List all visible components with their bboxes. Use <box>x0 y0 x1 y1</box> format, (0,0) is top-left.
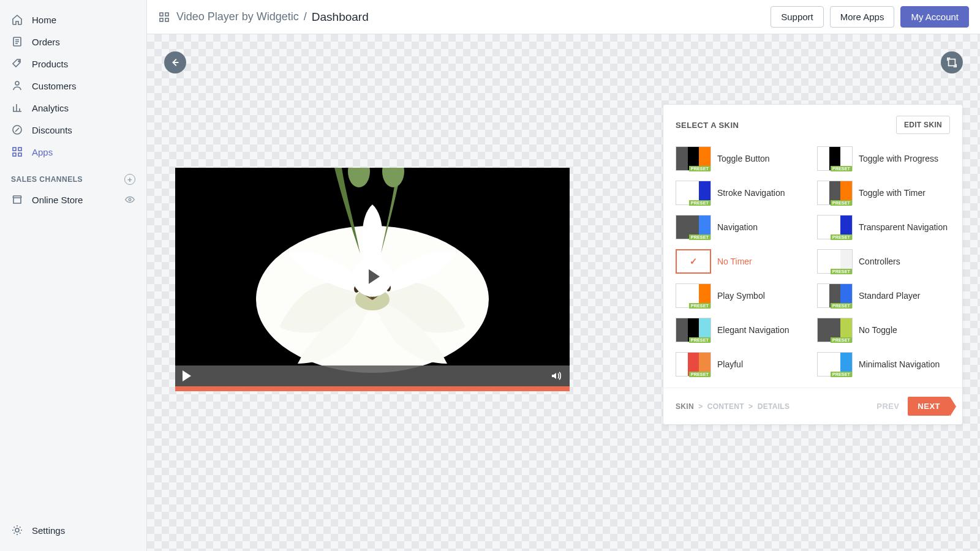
panel-footer: SKIN > CONTENT > DETAILS PREV NEXT <box>663 388 962 424</box>
section-title-text: SALES CHANNELS <box>11 175 83 184</box>
store-icon <box>11 193 23 206</box>
skin-label: Toggle Button <box>717 154 770 164</box>
nav-label: Orders <box>32 37 60 47</box>
step-skin[interactable]: SKIN <box>676 402 694 411</box>
sidebar-item-customers[interactable]: Customers <box>0 75 146 97</box>
skin-item[interactable]: PRESETStroke Navigation <box>676 181 809 205</box>
nav-label: Apps <box>32 147 53 157</box>
skin-item[interactable]: PRESETTransparent Navigation <box>817 215 950 239</box>
nav-label: Products <box>32 59 68 69</box>
add-channel-button[interactable]: + <box>124 174 135 185</box>
skin-item[interactable]: PRESETElegant Navigation <box>676 318 809 342</box>
play-center-button[interactable] <box>352 256 393 296</box>
svg-rect-13 <box>165 18 168 21</box>
skin-swatch: PRESET <box>817 181 853 205</box>
breadcrumb-app[interactable]: Video Player by Widgetic <box>176 10 299 23</box>
skin-swatch: ✓ <box>676 249 711 274</box>
volume-button[interactable] <box>550 370 562 382</box>
sidebar-item-apps[interactable]: Apps <box>0 141 146 163</box>
skin-label: Controllers <box>859 257 900 267</box>
skin-item[interactable]: PRESETMinimalist Navigation <box>817 352 950 377</box>
step-content[interactable]: CONTENT <box>707 402 744 411</box>
my-account-button[interactable]: My Account <box>900 6 969 28</box>
skin-item[interactable]: PRESETStandard Player <box>817 283 950 308</box>
nav-label: Analytics <box>32 103 69 113</box>
play-button[interactable] <box>183 370 191 381</box>
preset-tag: PRESET <box>831 372 852 377</box>
skin-swatch: PRESET <box>676 352 711 377</box>
svg-point-9 <box>15 528 19 532</box>
nav-label: Online Store <box>32 195 83 205</box>
skin-item[interactable]: PRESETPlayful <box>676 352 809 377</box>
skin-item[interactable]: PRESETPlay Symbol <box>676 283 809 308</box>
nav-list: Home Orders Products Customers Analytics… <box>0 0 146 163</box>
check-icon: ✓ <box>690 256 698 267</box>
next-button[interactable]: NEXT <box>908 397 950 416</box>
view-store-icon[interactable] <box>124 194 135 205</box>
svg-rect-6 <box>13 153 16 156</box>
preset-tag: PRESET <box>689 234 710 240</box>
more-apps-button[interactable]: More Apps <box>830 6 895 28</box>
footer-steps: SKIN > CONTENT > DETAILS <box>676 402 790 411</box>
channels-list: Online Store <box>0 189 146 211</box>
step-details[interactable]: DETAILS <box>758 402 790 411</box>
video-progress[interactable] <box>175 386 570 391</box>
customers-icon <box>11 80 23 92</box>
sidebar-item-online-store[interactable]: Online Store <box>0 189 146 211</box>
skin-swatch: PRESET <box>817 146 853 171</box>
skin-grid: PRESETToggle ButtonPRESETToggle with Pro… <box>663 144 962 388</box>
back-button[interactable] <box>164 51 186 73</box>
video-controls <box>175 365 570 386</box>
skin-item[interactable]: PRESETNo Toggle <box>817 318 950 342</box>
sidebar-item-discounts[interactable]: Discounts <box>0 119 146 141</box>
sidebar-item-home[interactable]: Home <box>0 9 146 31</box>
gear-icon <box>11 524 23 536</box>
preset-tag: PRESET <box>689 166 710 171</box>
products-icon <box>11 58 23 70</box>
skin-item[interactable]: PRESETControllers <box>817 249 950 274</box>
skin-item[interactable]: ✓No Timer <box>676 249 809 274</box>
preset-tag: PRESET <box>689 372 710 377</box>
preset-tag: PRESET <box>689 303 710 309</box>
skin-item[interactable]: PRESETToggle with Timer <box>817 181 950 205</box>
svg-rect-10 <box>160 13 163 16</box>
skin-swatch: PRESET <box>676 181 711 205</box>
skin-label: Minimalist Navigation <box>859 359 940 370</box>
skin-label: Toggle with Progress <box>859 154 938 164</box>
skin-label: Transparent Navigation <box>859 222 948 233</box>
canvas: SELECT A SKIN EDIT SKIN PRESETToggle But… <box>147 34 980 551</box>
preset-tag: PRESET <box>831 269 852 274</box>
preset-tag: PRESET <box>831 234 852 240</box>
skin-swatch: PRESET <box>817 283 853 308</box>
skin-swatch: PRESET <box>817 318 853 342</box>
topbar-actions: Support More Apps My Account <box>771 6 969 28</box>
svg-rect-7 <box>18 153 21 156</box>
skin-item[interactable]: PRESETToggle Button <box>676 146 809 171</box>
edit-skin-button[interactable]: EDIT SKIN <box>896 116 950 134</box>
nav-label: Settings <box>32 525 65 536</box>
breadcrumb-sep: / <box>304 10 307 23</box>
step-sep: > <box>746 402 757 411</box>
svg-rect-12 <box>160 18 163 21</box>
skin-label: Toggle with Timer <box>859 188 925 198</box>
skin-item[interactable]: PRESETToggle with Progress <box>817 146 950 171</box>
svg-rect-5 <box>18 148 21 151</box>
preset-tag: PRESET <box>831 303 852 309</box>
breadcrumb-page: Dashboard <box>312 10 369 24</box>
sidebar-item-orders[interactable]: Orders <box>0 31 146 53</box>
nav-label: Customers <box>32 81 77 91</box>
preset-tag: PRESET <box>689 337 710 343</box>
skin-label: Stroke Navigation <box>717 188 785 198</box>
sidebar-item-analytics[interactable]: Analytics <box>0 97 146 119</box>
support-button[interactable]: Support <box>771 6 824 28</box>
footer-actions: PREV NEXT <box>876 397 950 416</box>
preset-tag: PRESET <box>689 200 710 206</box>
preset-tag: PRESET <box>831 166 852 171</box>
sidebar-item-products[interactable]: Products <box>0 53 146 75</box>
prev-button: PREV <box>876 402 899 411</box>
skin-item[interactable]: PRESETNavigation <box>676 215 809 239</box>
sidebar-item-settings[interactable]: Settings <box>0 519 146 541</box>
sidebar: Home Orders Products Customers Analytics… <box>0 0 147 551</box>
step-sep: > <box>696 402 707 411</box>
fullscreen-button[interactable] <box>941 51 963 73</box>
